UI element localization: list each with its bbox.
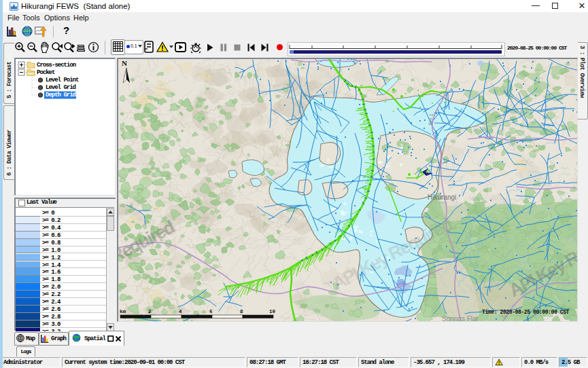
svg-text:2: 2 [148,309,152,314]
svg-text:6: 6 [209,309,213,314]
svg-text:Springs Flat: Springs Flat [442,315,479,321]
svg-text:N: N [122,59,127,67]
svg-text:10: 10 [269,309,276,314]
svg-text:4: 4 [179,309,182,314]
svg-text:SH 1: SH 1 [428,113,435,126]
svg-text:Time: 2020-08-25 00:00:00 CST: Time: 2020-08-25 00:00:00 CST [482,309,570,315]
svg-text:Hikurangi: Hikurangi [428,194,456,201]
svg-text:km: km [120,309,126,314]
svg-text:8: 8 [240,309,243,314]
